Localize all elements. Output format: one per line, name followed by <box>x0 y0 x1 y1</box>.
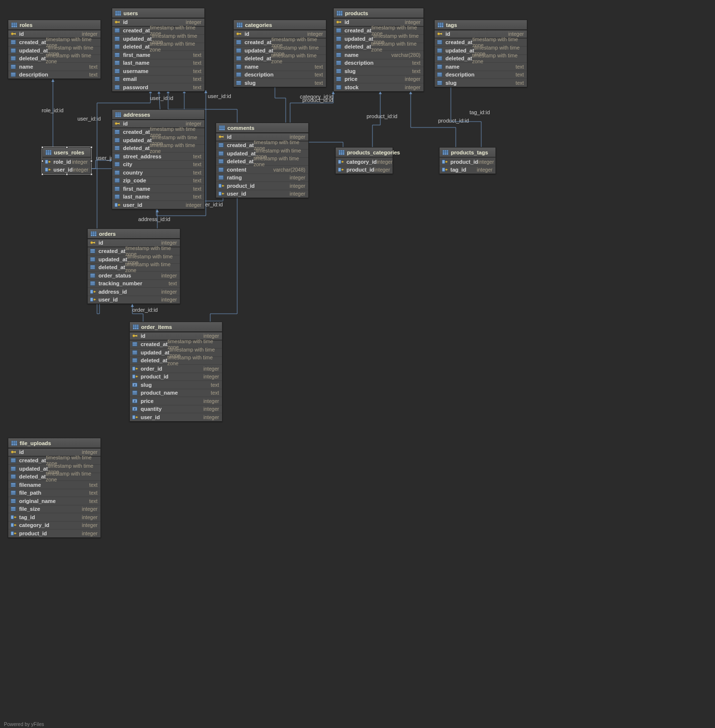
column-row[interactable]: role_idinteger <box>43 157 91 166</box>
column-row[interactable]: tag_idinteger <box>8 513 100 521</box>
relationship-edge[interactable] <box>411 91 456 155</box>
column-name: deleted_at <box>141 357 167 363</box>
column-row[interactable]: deleted_attimestamp with time zone <box>112 144 204 152</box>
column-row[interactable]: original_nametext <box>8 497 100 505</box>
column-row[interactable]: tracking_numbertext <box>88 279 180 288</box>
selection-handle[interactable] <box>66 146 68 149</box>
column-row[interactable]: category_idinteger <box>336 157 393 166</box>
table-header[interactable]: categories <box>234 20 326 30</box>
column-row[interactable]: countrytext <box>112 168 204 176</box>
table-header[interactable]: addresses <box>112 110 204 120</box>
db-table-categories[interactable]: categoriesidintegercreated_attimestamp w… <box>233 20 326 87</box>
svg-rect-62 <box>241 33 241 35</box>
table-header[interactable]: file_uploads <box>8 438 100 448</box>
db-table-products_categories[interactable]: products_categoriescategory_idintegerpro… <box>335 147 393 174</box>
column-row[interactable]: deleted_attimestamp with time zone <box>88 263 180 272</box>
column-row[interactable]: citytext <box>112 160 204 169</box>
table-header[interactable]: tags <box>435 20 527 30</box>
column-row[interactable]: passwordtext <box>112 83 204 91</box>
table-header[interactable]: users_roles <box>43 148 91 157</box>
db-table-products[interactable]: productsidintegercreated_attimestamp wit… <box>333 8 424 92</box>
column-row[interactable]: product_nametext <box>130 389 222 397</box>
diagram-canvas[interactable]: role_id:iduser_id:iduser_id:iduser_id:id… <box>0 0 715 728</box>
column-row[interactable]: #slugtext <box>130 380 222 389</box>
svg-rect-188 <box>219 126 225 130</box>
column-row[interactable]: descriptiontext <box>8 71 100 79</box>
column-row[interactable]: file_sizeinteger <box>8 505 100 513</box>
column-row[interactable]: slugtext <box>435 78 527 87</box>
db-table-order_items[interactable]: order_itemsidintegercreated_attimestamp … <box>129 322 222 422</box>
db-table-orders[interactable]: ordersidintegercreated_attimestamp with … <box>87 228 180 304</box>
column-row[interactable]: #priceinteger <box>130 397 222 405</box>
relationship-edge[interactable] <box>451 82 481 155</box>
selection-handle[interactable] <box>90 160 93 162</box>
db-table-file_uploads[interactable]: file_uploadsidintegercreated_attimestamp… <box>8 438 101 538</box>
table-header[interactable]: users <box>112 8 204 18</box>
edge-label: order_id:id <box>132 307 158 313</box>
column-row[interactable]: user_idinteger <box>112 201 204 209</box>
column-row[interactable]: product_idinteger <box>8 529 100 537</box>
column-icon <box>336 85 343 90</box>
column-row[interactable]: deleted_attimestamp with time zone <box>112 43 204 51</box>
selection-handle[interactable] <box>41 160 44 162</box>
column-row[interactable]: zip_codetext <box>112 176 204 185</box>
column-row[interactable]: user_idinteger <box>43 166 91 174</box>
column-row[interactable]: slugtext <box>234 78 326 87</box>
selection-handle[interactable] <box>90 173 93 176</box>
column-icon <box>114 28 121 33</box>
db-table-addresses[interactable]: addressesidintegercreated_attimestamp wi… <box>112 109 205 209</box>
selection-handle[interactable] <box>90 146 93 149</box>
column-row[interactable]: deleted_attimestamp with time zone <box>216 157 308 166</box>
table-header[interactable]: products <box>334 8 423 18</box>
column-row[interactable]: deleted_attimestamp with time zone <box>234 54 326 63</box>
column-row[interactable]: stockinteger <box>334 83 423 91</box>
column-name: created_at <box>123 27 150 33</box>
column-row[interactable]: priceinteger <box>334 75 423 83</box>
relationship-edge[interactable] <box>372 91 380 155</box>
column-row[interactable]: emailtext <box>112 75 204 83</box>
column-row[interactable]: descriptiontext <box>234 71 326 79</box>
table-header[interactable]: orders <box>88 229 180 239</box>
column-row[interactable]: product_idinteger <box>440 157 495 166</box>
table-header[interactable]: roles <box>8 20 100 30</box>
column-row[interactable]: category_idinteger <box>8 521 100 529</box>
column-row[interactable]: slugtext <box>334 67 423 75</box>
column-row[interactable]: tag_idinteger <box>440 166 495 174</box>
db-table-comments[interactable]: commentsidintegercreated_attimestamp wit… <box>216 123 309 198</box>
selection-handle[interactable] <box>41 173 44 176</box>
selection-handle[interactable] <box>66 173 68 176</box>
column-name: street_address <box>123 153 161 159</box>
column-row[interactable]: first_nametext <box>112 184 204 193</box>
column-row[interactable]: #quantityinteger <box>130 405 222 413</box>
column-row[interactable]: product_idinteger <box>216 181 308 190</box>
table-header[interactable]: products_categories <box>336 148 393 157</box>
selection-handle[interactable] <box>41 146 44 149</box>
db-table-users_roles[interactable]: users_rolesrole_idintegeruser_idinteger <box>42 147 91 174</box>
column-row[interactable]: descriptiontext <box>334 59 423 67</box>
column-row[interactable]: user_idinteger <box>130 413 222 421</box>
table-header[interactable]: products_tags <box>440 148 495 157</box>
column-name: deleted_at <box>19 55 46 61</box>
column-row[interactable]: deleted_attimestamp with time zone <box>130 356 222 365</box>
column-row[interactable]: address_idinteger <box>88 287 180 296</box>
table-header[interactable]: order_items <box>130 322 222 332</box>
column-row[interactable]: product_idinteger <box>130 373 222 381</box>
column-row[interactable]: deleted_attimestamp with time zone <box>8 54 100 63</box>
db-table-tags[interactable]: tagsidintegercreated_attimestamp with ti… <box>434 20 527 87</box>
column-row[interactable]: usernametext <box>112 67 204 75</box>
table-header[interactable]: comments <box>216 123 308 133</box>
column-row[interactable]: descriptiontext <box>435 71 527 79</box>
column-row[interactable]: last_nametext <box>112 193 204 201</box>
column-row[interactable]: user_idinteger <box>88 296 180 304</box>
column-row[interactable]: deleted_attimestamp with time zone <box>435 54 527 63</box>
db-table-roles[interactable]: rolesidintegercreated_attimestamp with t… <box>8 20 101 79</box>
column-row[interactable]: ratinginteger <box>216 174 308 182</box>
column-row[interactable]: deleted_attimestamp with time zone <box>8 473 100 481</box>
db-table-users[interactable]: usersidintegercreated_attimestamp with t… <box>112 8 205 92</box>
db-table-products_tags[interactable]: products_tagsproduct_idintegertag_idinte… <box>439 147 496 174</box>
column-row[interactable]: user_idinteger <box>216 190 308 198</box>
column-row[interactable]: last_nametext <box>112 59 204 67</box>
column-row[interactable]: file_pathtext <box>8 489 100 497</box>
column-row[interactable]: deleted_attimestamp with time zone <box>334 43 423 51</box>
column-row[interactable]: product_idinteger <box>336 166 393 174</box>
